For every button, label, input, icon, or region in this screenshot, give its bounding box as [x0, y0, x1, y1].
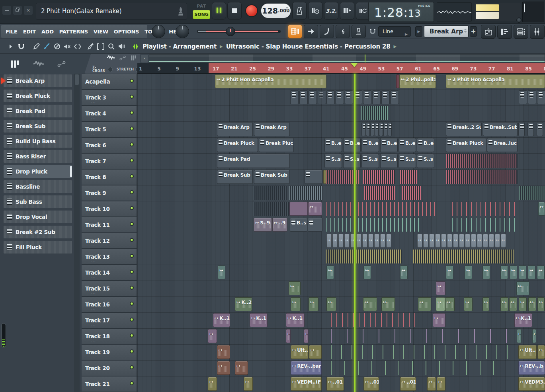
audio-clip[interactable]: ↦: [437, 377, 445, 391]
audio-clip[interactable]: ↦REV-..bar: [291, 361, 322, 375]
audio-chip[interactable]: ↦: [495, 234, 500, 248]
audio-chip[interactable]: ↦: [368, 234, 373, 248]
pattern-item[interactable]: Drop Pluck: [4, 165, 72, 178]
pattern-clip[interactable]: [370, 122, 374, 136]
note-lines-region[interactable]: [331, 345, 514, 359]
audio-clip[interactable]: ↦: [400, 265, 408, 279]
audio-chip[interactable]: ↦: [471, 234, 476, 248]
audio-chip[interactable]: ↦: [332, 234, 338, 248]
pattern-clip[interactable]: B..e: [343, 138, 361, 152]
track-mute-led[interactable]: [130, 79, 134, 83]
audio-clip[interactable]: ↦2 Phút Hơn Acapella: [446, 74, 545, 88]
audio-clip[interactable]: ↦: [217, 361, 230, 375]
smooth-curve-button[interactable]: [320, 25, 334, 38]
pattern-clip[interactable]: Break Arp: [254, 122, 290, 136]
audio-clip[interactable]: ↦: [427, 377, 436, 391]
add-pattern-button[interactable]: +: [470, 26, 477, 37]
audio-stripe-region[interactable]: [326, 250, 402, 263]
pattern-clip[interactable]: [519, 90, 527, 104]
clip-fragment[interactable]: [289, 202, 308, 216]
audio-chip[interactable]: ↦: [380, 234, 385, 248]
pattern-clip[interactable]: S..s: [361, 154, 379, 168]
pattern-clip[interactable]: Break Sub: [254, 170, 290, 184]
audio-clip[interactable]: ↦: [519, 265, 526, 279]
audio-clip[interactable]: ↦2 Phú..pella: [399, 74, 436, 88]
paint-brush-tool[interactable]: [41, 41, 52, 52]
audio-chip[interactable]: ↦: [326, 234, 332, 248]
audio-clip[interactable]: ↦: [291, 297, 301, 311]
audio-chip[interactable]: ↦: [362, 234, 367, 248]
pattern-clip[interactable]: Break Pad: [217, 154, 290, 168]
track-mute-led[interactable]: [130, 286, 134, 290]
audio-chip[interactable]: ↦: [447, 234, 452, 248]
pattern-item[interactable]: Bass Riser: [4, 150, 72, 163]
audio-clip[interactable]: ↦: [289, 281, 301, 295]
pattern-tab-icon[interactable]: [11, 60, 20, 68]
audio-clip[interactable]: ↦: [465, 265, 472, 279]
pattern-clip[interactable]: B..e: [324, 138, 342, 152]
track-header[interactable]: Track 11···: [82, 217, 137, 232]
audio-clip[interactable]: ↦: [516, 281, 529, 295]
pattern-clip[interactable]: Break Pluck: [446, 138, 486, 152]
pattern-clip[interactable]: [383, 122, 387, 136]
track-mute-led[interactable]: [130, 381, 134, 385]
note-lines-region[interactable]: [452, 218, 515, 232]
cpu-graph-panel[interactable]: [522, 2, 544, 22]
pattern-clip[interactable]: S..s: [324, 154, 342, 168]
audio-chip[interactable]: ↦: [483, 234, 488, 248]
pattern-clip[interactable]: [372, 90, 381, 104]
pattern-clip[interactable]: Break..Sub: [483, 122, 518, 136]
audio-clip[interactable]: ↦: [537, 345, 545, 359]
track-mute-led[interactable]: [130, 111, 134, 115]
restore-button[interactable]: [13, 6, 22, 15]
pattern-clip[interactable]: [527, 122, 534, 136]
audio-clip[interactable]: ↦: [537, 265, 545, 279]
automation-tab-icon[interactable]: [57, 61, 66, 67]
track-mute-led[interactable]: [130, 174, 134, 178]
track-header[interactable]: Track 12···: [82, 233, 137, 248]
menu-options[interactable]: OPTIONS: [111, 29, 142, 35]
audio-clip[interactable]: ↦: [218, 265, 225, 279]
link-button[interactable]: [336, 25, 350, 38]
pattern-clip[interactable]: S..s: [380, 154, 398, 168]
clip-fragment[interactable]: [396, 74, 399, 88]
audio-stripe-region[interactable]: [402, 186, 421, 200]
track-mute-led[interactable]: [130, 349, 134, 353]
pattern-clip[interactable]: [366, 122, 370, 136]
track-header[interactable]: Track 5···: [82, 122, 137, 137]
audio-chip-run[interactable]: ↦↦↦↦↦↦↦↦↦↦↦↦↦↦↦: [417, 234, 516, 248]
track-header[interactable]: Track 15···: [82, 281, 137, 296]
cpu-memory-meters[interactable]: [475, 3, 521, 21]
audio-clip[interactable]: ↦: [436, 281, 445, 295]
audio-clip[interactable]: ↦..01: [400, 377, 416, 391]
audio-stripe-region[interactable]: [446, 170, 518, 184]
vertical-zoom-scrollbar[interactable]: [1, 323, 6, 348]
performance-mode-button[interactable]: [304, 25, 318, 38]
audio-chip[interactable]: ↦: [429, 234, 434, 248]
track-header[interactable]: Track 4···: [82, 106, 137, 121]
track-mute-led[interactable]: [130, 302, 134, 306]
audio-clip[interactable]: ↦..01: [363, 377, 379, 391]
track-mute-led[interactable]: [130, 222, 134, 226]
audio-chip[interactable]: ↦: [465, 234, 470, 248]
playhead-marker[interactable]: [351, 63, 358, 67]
note-lines-region[interactable]: [331, 313, 418, 327]
oscilloscope[interactable]: [437, 2, 472, 21]
record-button[interactable]: [245, 4, 258, 17]
audio-clip[interactable]: ↦: [445, 297, 455, 311]
audio-clip[interactable]: ↦: [433, 313, 445, 327]
audio-clip[interactable]: ↦: [308, 202, 322, 216]
automation-mini-icon[interactable]: [119, 55, 126, 60]
audio-clip[interactable]: ↦K..2: [235, 297, 252, 311]
audio-chip[interactable]: ↦: [386, 234, 391, 248]
menu-add[interactable]: ADD: [39, 29, 57, 35]
toolbar-arrow-icon[interactable]: [6, 41, 16, 52]
typing-keyboard-button[interactable]: [352, 25, 366, 38]
delete-tool[interactable]: [52, 41, 62, 52]
project-title-field[interactable]: 2 Phút Hơn(Galax Remake): [36, 3, 187, 20]
pattern-clip[interactable]: [518, 122, 525, 136]
pattern-item[interactable]: Break Sub: [4, 120, 72, 133]
track-header[interactable]: Track 10···: [82, 201, 137, 216]
track-mute-led[interactable]: [130, 333, 134, 337]
audio-clip[interactable]: ↦: [235, 361, 248, 375]
